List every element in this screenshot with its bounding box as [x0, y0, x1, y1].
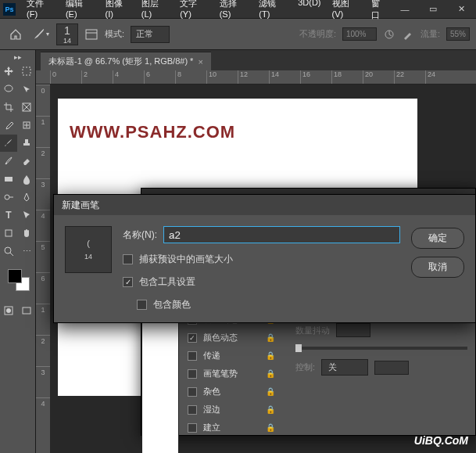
- ruler-tick: 4: [113, 70, 144, 84]
- stamp-tool-icon[interactable]: [18, 135, 35, 152]
- brush-option-wetedges[interactable]: 湿边🔒: [188, 404, 275, 415]
- main-menu: 文件(F) 编辑(E) 图像(I) 图层(L) 文字(Y) 选择(S) 滤镜(T…: [22, 0, 393, 23]
- edit-toolbar-icon[interactable]: ⋯: [18, 243, 35, 260]
- control-field[interactable]: [374, 361, 409, 375]
- airbrush-icon[interactable]: [402, 28, 414, 41]
- eyedropper-tool-icon[interactable]: [0, 117, 17, 134]
- lock-icon[interactable]: 🔒: [266, 405, 275, 414]
- lock-icon[interactable]: 🔒: [266, 351, 275, 360]
- eraser-tool-icon[interactable]: [18, 153, 35, 170]
- brush-option-noise[interactable]: 杂色🔒: [188, 386, 275, 397]
- new-brush-dialog: 新建画笔 ( 14 名称(N): 捕获预设中的画笔大小 包含工具设置 包含颜色: [53, 194, 476, 323]
- include-tool-checkbox[interactable]: 包含工具设置: [123, 275, 400, 289]
- zoom-tool-icon[interactable]: [0, 243, 17, 260]
- jitter-field[interactable]: [336, 323, 370, 337]
- ruler-tick: 12: [238, 70, 269, 84]
- menu-window[interactable]: 窗口: [367, 0, 393, 23]
- home-icon[interactable]: [6, 25, 25, 44]
- ok-button[interactable]: 确定: [411, 228, 464, 249]
- svg-line-17: [10, 253, 13, 256]
- toolbar-expand-icon[interactable]: ▸▸: [0, 53, 35, 63]
- ruler-tick: 3: [36, 366, 50, 397]
- capture-size-checkbox[interactable]: 捕获预设中的画笔大小: [123, 253, 400, 266]
- menu-file[interactable]: 文件(F): [22, 0, 59, 23]
- ruler-tick: 1: [36, 304, 50, 335]
- menu-filter[interactable]: 滤镜(T): [254, 0, 292, 23]
- brush-tool-icon[interactable]: [0, 135, 17, 152]
- dialog-title[interactable]: 新建画笔: [54, 195, 475, 215]
- healing-tool-icon[interactable]: [18, 117, 35, 134]
- flow-value[interactable]: 55%: [446, 27, 470, 41]
- minimize-button[interactable]: —: [393, 2, 417, 17]
- menu-layer[interactable]: 图层(L): [137, 0, 174, 23]
- ruler-tick: 18: [331, 70, 363, 84]
- screenmode-icon[interactable]: [18, 302, 35, 319]
- menu-view[interactable]: 视图(V): [327, 0, 366, 23]
- brush-preset-picker[interactable]: 1 14: [56, 23, 78, 45]
- document-tabs: 未标题-1 @ 66.7% (矩形 1, RGB/8#) * ×: [36, 50, 476, 70]
- ruler-horizontal: 0 2 4 6 8 10 12 14 16 18 20 22 24: [36, 70, 476, 84]
- ruler-tick: 16: [300, 70, 331, 84]
- checkbox-icon: [137, 300, 147, 310]
- path-select-tool-icon[interactable]: [18, 207, 35, 224]
- type-tool-icon[interactable]: T: [0, 207, 17, 224]
- quickmask-icon[interactable]: [0, 302, 17, 319]
- lock-icon[interactable]: 🔒: [266, 369, 275, 378]
- rectangle-tool-icon[interactable]: [0, 225, 17, 242]
- quick-select-tool-icon[interactable]: [18, 81, 35, 98]
- pressure-opacity-icon[interactable]: [383, 28, 395, 41]
- gradient-tool-icon[interactable]: [0, 171, 17, 188]
- menu-edit[interactable]: 编辑(E): [61, 0, 99, 23]
- ruler-tick: 14: [269, 70, 300, 84]
- svg-rect-0: [86, 30, 97, 39]
- document-tab[interactable]: 未标题-1 @ 66.7% (矩形 1, RGB/8#) * ×: [41, 52, 211, 70]
- opacity-label: 不透明度:: [299, 28, 336, 40]
- menu-3d[interactable]: 3D(D): [293, 0, 325, 23]
- brush-option-buildup[interactable]: 建立🔒: [188, 422, 275, 433]
- move-tool-icon[interactable]: [0, 63, 17, 80]
- maximize-button[interactable]: ▭: [421, 2, 445, 17]
- jitter-slider[interactable]: [295, 347, 467, 350]
- blur-tool-icon[interactable]: [18, 171, 35, 188]
- menu-type[interactable]: 文字(Y): [175, 0, 213, 23]
- cancel-button[interactable]: 取消: [411, 257, 464, 278]
- brush-panel-toggle-icon[interactable]: [84, 27, 98, 41]
- brush-option-colordynamics[interactable]: 颜色动态🔒: [188, 332, 275, 343]
- crop-tool-icon[interactable]: [0, 99, 17, 116]
- ruler-tick: 2: [36, 147, 50, 178]
- artboard-tool-icon[interactable]: [18, 63, 35, 80]
- foreground-swatch[interactable]: [8, 269, 22, 283]
- svg-point-16: [5, 247, 11, 253]
- lock-icon[interactable]: 🔒: [266, 387, 275, 396]
- hand-tool-icon[interactable]: [18, 225, 35, 242]
- control-select[interactable]: 关: [321, 359, 368, 376]
- lock-icon[interactable]: 🔒: [266, 333, 275, 342]
- opacity-value[interactable]: 100%: [342, 27, 377, 41]
- history-brush-tool-icon[interactable]: [0, 153, 17, 170]
- brush-option-pose[interactable]: 画笔笔势🔒: [188, 368, 275, 379]
- name-input[interactable]: [163, 226, 400, 243]
- menu-image[interactable]: 图像(I): [101, 0, 135, 23]
- include-color-label: 包含颜色: [153, 298, 191, 311]
- frame-tool-icon[interactable]: [18, 99, 35, 116]
- app-logo: Ps: [3, 3, 16, 16]
- options-bar: ▾ 1 14 模式: 正常 不透明度: 100% 流量: 55%: [0, 19, 476, 50]
- tab-close-icon[interactable]: ×: [198, 57, 202, 67]
- menu-select[interactable]: 选择(S): [215, 0, 253, 23]
- include-color-checkbox[interactable]: 包含颜色: [137, 298, 400, 311]
- tool-brush-indicator-icon[interactable]: ▾: [31, 25, 50, 44]
- close-button[interactable]: ✕: [449, 2, 473, 17]
- svg-rect-20: [23, 307, 30, 314]
- brush-option-transfer[interactable]: 传递🔒: [188, 350, 275, 361]
- color-swatches[interactable]: [0, 266, 35, 297]
- mode-select[interactable]: 正常: [131, 26, 170, 43]
- jitter-label: 数量抖动: [295, 325, 330, 336]
- watermark-text: WWW.PSAHZ.COM: [70, 122, 235, 142]
- pen-tool-icon[interactable]: [18, 189, 35, 206]
- mode-label: 模式:: [105, 28, 124, 40]
- checkbox-icon: [123, 254, 133, 264]
- dodge-tool-icon[interactable]: [0, 189, 17, 206]
- lock-icon[interactable]: 🔒: [266, 423, 275, 432]
- svg-point-11: [5, 163, 7, 164]
- lasso-tool-icon[interactable]: [0, 81, 17, 98]
